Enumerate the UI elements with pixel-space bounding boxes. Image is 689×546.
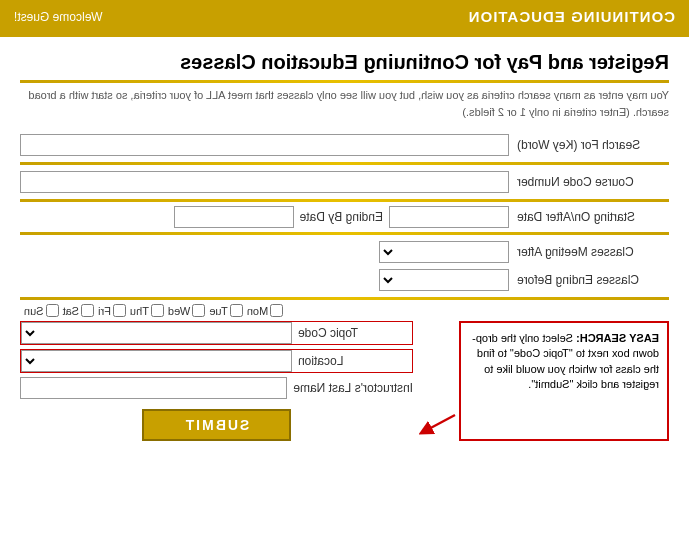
course-code-input[interactable]: [20, 171, 509, 193]
course-code-label: Course Code Number: [509, 175, 669, 189]
checkbox-fri[interactable]: [113, 304, 126, 317]
main-content: Register and Pay for Continuing Educatio…: [0, 37, 689, 451]
course-code-row: Course Code Number: [20, 169, 669, 195]
date-row: Starting On/After Date Ending By Date: [20, 206, 669, 228]
location-select[interactable]: [21, 350, 292, 372]
checkbox-mon[interactable]: [270, 304, 283, 317]
easy-search-label: EASY SEARCH:: [576, 332, 659, 344]
checkbox-tue[interactable]: [230, 304, 243, 317]
label-sat: Sat: [63, 305, 80, 317]
label-fri: Fri: [98, 305, 111, 317]
divider-2: [20, 162, 669, 165]
svg-line-1: [425, 415, 455, 431]
day-fri: Fri: [98, 304, 126, 317]
day-mon: Mon: [247, 304, 283, 317]
header: Continuing Education Welcome Guest!: [0, 0, 689, 33]
divider-5: [20, 297, 669, 300]
instructor-row: Instructor's Last Name: [20, 377, 413, 399]
day-sun: Sun: [24, 304, 59, 317]
easy-search-box: EASY SEARCH: Select only the drop-down b…: [459, 321, 669, 441]
topic-code-row: Topic Code: [20, 321, 413, 345]
page-title: Register and Pay for Continuing Educatio…: [20, 51, 669, 74]
submit-row: SUBMIT: [20, 409, 413, 441]
label-sun: Sun: [24, 305, 44, 317]
right-fields: Topic Code Location Instructor's Last Na…: [20, 321, 413, 441]
day-wed: Wed: [168, 304, 205, 317]
topic-code-select[interactable]: [21, 322, 292, 344]
meeting-after-label: Classes Meeting After: [509, 245, 669, 259]
checkbox-thu[interactable]: [151, 304, 164, 317]
header-welcome: Welcome Guest!: [14, 10, 102, 24]
ending-before-label: Classes Ending Before: [509, 273, 669, 287]
day-tue: Tue: [209, 304, 243, 317]
instructor-input[interactable]: [20, 377, 287, 399]
search-keyword-label: Search For (Key Word): [509, 138, 669, 152]
ending-before-select[interactable]: [379, 269, 509, 291]
bottom-section: EASY SEARCH: Select only the drop-down b…: [20, 321, 669, 441]
topic-code-label: Topic Code: [292, 326, 412, 340]
day-sat: Sat: [63, 304, 95, 317]
label-thu: Thu: [130, 305, 149, 317]
arrow-icon: [419, 407, 459, 437]
days-row: Mon Tue Wed Thu Fri Sat Sun: [20, 304, 669, 317]
search-keyword-input[interactable]: [20, 134, 509, 156]
checkbox-sun[interactable]: [46, 304, 59, 317]
label-wed: Wed: [168, 305, 190, 317]
page-description: You may enter as many search criteria as…: [20, 87, 669, 120]
meeting-after-row: Classes Meeting After: [20, 239, 669, 265]
search-keyword-row: Search For (Key Word): [20, 132, 669, 158]
divider-1: [20, 80, 669, 83]
day-thu: Thu: [130, 304, 164, 317]
ending-before-row: Classes Ending Before: [20, 267, 669, 293]
starting-date-input[interactable]: [389, 206, 509, 228]
starting-date-label: Starting On/After Date: [509, 210, 669, 224]
label-mon: Mon: [247, 305, 268, 317]
divider-4: [20, 232, 669, 235]
ending-date-input[interactable]: [174, 206, 294, 228]
arrow-area: [413, 321, 459, 441]
meeting-after-select[interactable]: [379, 241, 509, 263]
checkbox-wed[interactable]: [192, 304, 205, 317]
submit-button[interactable]: SUBMIT: [142, 409, 292, 441]
checkbox-sat[interactable]: [81, 304, 94, 317]
location-label: Location: [292, 354, 412, 368]
header-title: Continuing Education: [468, 8, 675, 25]
label-tue: Tue: [209, 305, 228, 317]
location-row: Location: [20, 349, 413, 373]
ending-date-label: Ending By Date: [294, 210, 389, 224]
instructor-label: Instructor's Last Name: [287, 381, 413, 395]
divider-3: [20, 199, 669, 202]
